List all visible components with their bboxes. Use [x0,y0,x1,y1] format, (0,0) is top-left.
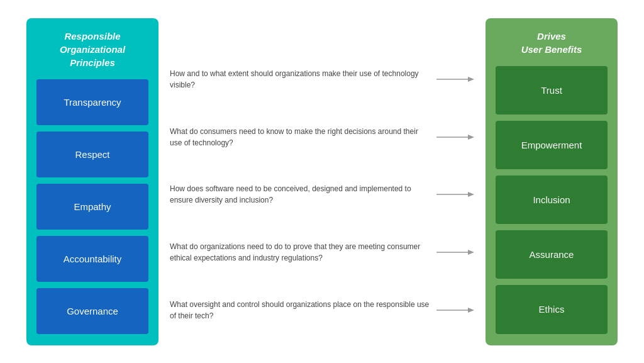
right-panel: DrivesUser Benefits Trust Empowerment In… [486,18,618,345]
svg-marker-9 [468,308,474,313]
left-item-empathy: Empathy [36,184,148,230]
left-item-respect: Respect [36,131,148,177]
right-panel-title: DrivesUser Benefits [521,30,582,56]
left-item-governance: Governance [36,288,148,334]
middle-row-2: How does software need to be conceived, … [170,166,474,224]
right-item-empowerment: Empowerment [496,121,608,169]
left-items-list: Transparency Respect Empathy Accountabil… [36,79,148,334]
left-item-accountability: Accountability [36,236,148,282]
left-panel-title: ResponsibleOrganizational Principles [36,30,148,69]
right-item-inclusion: Inclusion [496,176,608,224]
left-item-transparency: Transparency [36,79,148,125]
middle-row-4: What oversight and control should organi… [170,281,474,339]
right-item-assurance: Assurance [496,230,608,279]
middle-row-3: What do organizations need to do to prov… [170,223,474,281]
svg-marker-3 [468,135,474,140]
right-items-list: Trust Empowerment Inclusion Assurance Et… [496,66,608,334]
svg-marker-1 [468,77,474,82]
middle-text-3: What do organizations need to do to prov… [170,241,436,264]
diagram-container: ResponsibleOrganizational Principles Tra… [0,0,644,363]
inner-layout: ResponsibleOrganizational Principles Tra… [26,18,618,345]
middle-row-0: How and to what extent should organizati… [170,51,474,109]
middle-text-1: What do consumers need to know to make t… [170,126,436,148]
svg-marker-5 [468,192,474,197]
arrow-0 [436,74,474,84]
arrow-1 [436,132,474,142]
arrow-3 [436,247,474,257]
svg-marker-7 [468,250,474,255]
middle-text-4: What oversight and control should organi… [170,299,436,321]
middle-text-2: How does software need to be conceived, … [170,183,436,206]
right-item-trust: Trust [496,66,608,114]
arrow-2 [436,189,474,199]
middle-section: How and to what extent should organizati… [158,18,486,345]
arrow-4 [436,305,474,315]
middle-text-0: How and to what extent should organizati… [170,68,436,91]
left-panel: ResponsibleOrganizational Principles Tra… [26,18,158,345]
right-item-ethics: Ethics [496,285,608,333]
middle-row-1: What do consumers need to know to make t… [170,108,474,166]
